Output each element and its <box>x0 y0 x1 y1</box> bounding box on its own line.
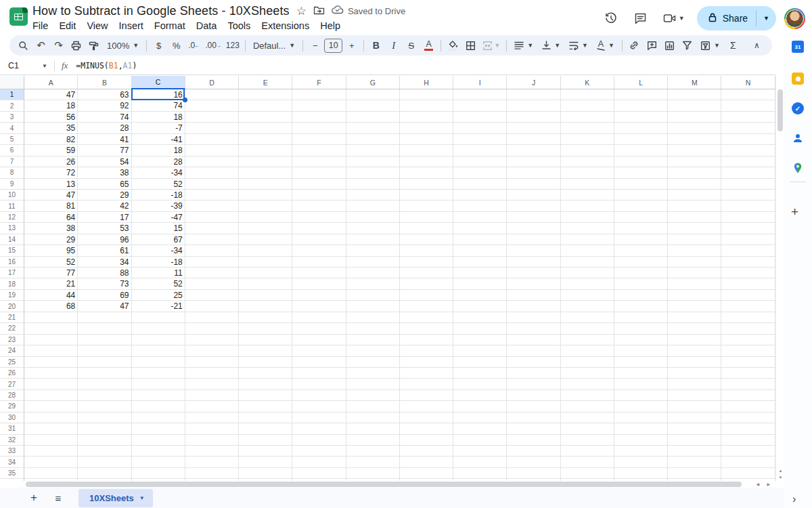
row-header-23[interactable]: 23 <box>0 335 24 345</box>
cell-N20[interactable] <box>721 301 775 311</box>
cell-M4[interactable] <box>668 123 721 133</box>
row-header-11[interactable]: 11 <box>0 200 24 211</box>
cell-L31[interactable] <box>614 423 668 433</box>
cell-A22[interactable] <box>24 323 78 333</box>
cell-M13[interactable] <box>668 223 721 233</box>
cell-N17[interactable] <box>721 268 775 278</box>
cell-A34[interactable] <box>24 457 78 467</box>
cell-A20[interactable]: 68 <box>24 301 78 311</box>
col-header-G[interactable]: G <box>346 76 400 89</box>
cell-H21[interactable] <box>400 312 453 322</box>
contacts-icon[interactable] <box>792 132 804 144</box>
cell-I29[interactable] <box>453 401 507 411</box>
share-caret-icon[interactable]: ▼ <box>757 6 776 30</box>
cell-C32[interactable] <box>132 435 185 445</box>
cell-K15[interactable] <box>561 245 614 255</box>
cell-K2[interactable] <box>561 100 614 110</box>
cell-L24[interactable] <box>614 345 668 356</box>
cell-M12[interactable] <box>668 212 721 222</box>
row-header-15[interactable]: 15 <box>0 245 24 255</box>
cell-K29[interactable] <box>561 401 614 411</box>
cell-E35[interactable] <box>239 468 292 478</box>
cell-M16[interactable] <box>668 257 721 267</box>
vertical-align-icon[interactable]: ▼ <box>538 37 564 54</box>
cell-F1[interactable] <box>292 89 346 100</box>
cell-C12[interactable]: -47 <box>132 212 185 222</box>
cell-G8[interactable] <box>346 167 400 177</box>
cell-B21[interactable] <box>78 312 131 322</box>
cell-E4[interactable] <box>239 123 292 133</box>
share-button[interactable]: Share ▼ <box>697 6 776 30</box>
cell-I18[interactable] <box>453 278 507 289</box>
cell-B18[interactable]: 73 <box>78 278 131 289</box>
cell-A27[interactable] <box>24 379 78 389</box>
create-filter-icon[interactable] <box>679 37 696 54</box>
cell-H5[interactable] <box>400 134 453 144</box>
font-size-input[interactable]: 10 <box>324 39 342 53</box>
cell-A28[interactable] <box>24 390 78 400</box>
cell-C34[interactable] <box>132 457 185 467</box>
fill-color-icon[interactable] <box>445 37 461 54</box>
col-header-J[interactable]: J <box>507 76 560 89</box>
cell-C8[interactable]: -34 <box>132 167 185 177</box>
cell-D34[interactable] <box>185 457 239 467</box>
cell-I30[interactable] <box>453 412 507 423</box>
cell-L25[interactable] <box>614 357 668 367</box>
cell-L30[interactable] <box>614 412 668 423</box>
cell-N7[interactable] <box>721 156 775 167</box>
cell-E18[interactable] <box>239 278 292 289</box>
cell-N29[interactable] <box>721 401 775 411</box>
menu-help[interactable]: Help <box>315 19 346 33</box>
cell-M22[interactable] <box>668 323 721 333</box>
cell-I35[interactable] <box>453 468 507 478</box>
cell-E8[interactable] <box>239 167 292 177</box>
cell-E22[interactable] <box>239 323 292 333</box>
row-header-13[interactable]: 13 <box>0 223 24 233</box>
cell-D4[interactable] <box>185 123 239 133</box>
cell-H4[interactable] <box>400 123 453 133</box>
row-header-1[interactable]: 1 <box>0 89 24 100</box>
cell-M7[interactable] <box>668 156 721 167</box>
cell-F5[interactable] <box>292 134 346 144</box>
cell-D15[interactable] <box>185 245 239 255</box>
cell-B15[interactable]: 61 <box>78 245 131 255</box>
cell-C2[interactable]: 74 <box>132 100 185 110</box>
menu-edit[interactable]: Edit <box>53 19 81 33</box>
cell-G13[interactable] <box>346 223 400 233</box>
cell-M19[interactable] <box>668 290 721 300</box>
cell-H22[interactable] <box>400 323 453 333</box>
cell-C29[interactable] <box>132 401 185 411</box>
vertical-scroll-thumb[interactable] <box>777 89 783 131</box>
cell-B12[interactable]: 17 <box>78 212 131 222</box>
cell-B33[interactable] <box>78 446 131 456</box>
cell-N33[interactable] <box>721 446 775 456</box>
cell-N23[interactable] <box>721 335 775 345</box>
cell-I21[interactable] <box>453 312 507 322</box>
cell-J32[interactable] <box>507 435 560 445</box>
cell-E3[interactable] <box>239 112 292 122</box>
cell-K8[interactable] <box>561 167 614 177</box>
cell-M34[interactable] <box>668 457 721 467</box>
cell-H20[interactable] <box>400 301 453 311</box>
cell-C24[interactable] <box>132 345 185 356</box>
avatar[interactable] <box>784 8 805 29</box>
cell-A29[interactable] <box>24 401 78 411</box>
cell-H7[interactable] <box>400 156 453 167</box>
cell-D20[interactable] <box>185 301 239 311</box>
cell-G23[interactable] <box>346 335 400 345</box>
cell-G1[interactable] <box>346 89 400 100</box>
cell-K25[interactable] <box>561 357 614 367</box>
cell-M1[interactable] <box>668 89 721 100</box>
col-header-L[interactable]: L <box>614 76 668 89</box>
cell-C6[interactable]: 18 <box>132 145 185 155</box>
cell-I20[interactable] <box>453 301 507 311</box>
cell-L19[interactable] <box>614 290 668 300</box>
cell-E17[interactable] <box>239 268 292 278</box>
cell-D7[interactable] <box>185 156 239 167</box>
row-header-32[interactable]: 32 <box>0 435 24 445</box>
sheet-tab-caret-icon[interactable]: ▼ <box>139 495 145 501</box>
cell-D2[interactable] <box>185 100 239 110</box>
cell-K24[interactable] <box>561 345 614 356</box>
comments-icon[interactable] <box>628 5 654 31</box>
cell-M26[interactable] <box>668 368 721 378</box>
